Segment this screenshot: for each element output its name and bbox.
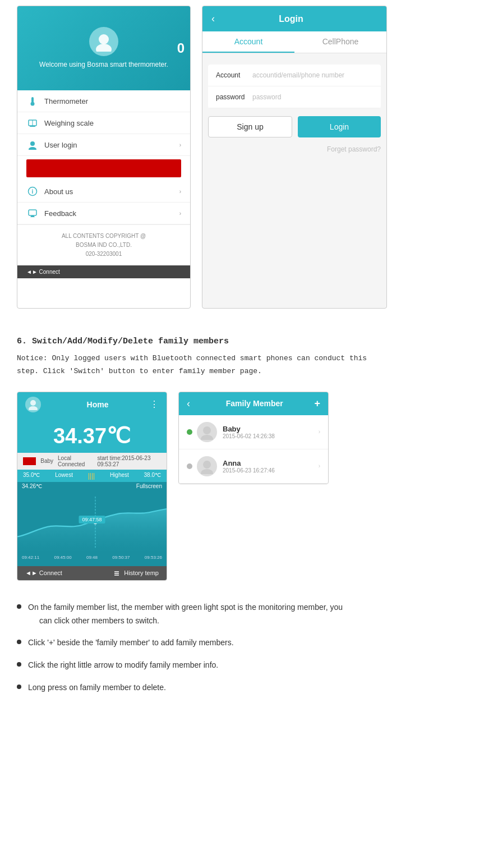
menu-about[interactable]: i About us › [17, 181, 190, 203]
password-label: password [216, 93, 252, 101]
menu-scale-label: Weighing scale [44, 119, 181, 127]
family-member-anna[interactable]: Anna 2015-06-23 16:27:46 › [179, 449, 328, 484]
fullscreen-label[interactable]: Fullscreen [136, 483, 162, 489]
menu-about-arrow: › [179, 189, 181, 195]
menu-user-login[interactable]: User login › [17, 134, 190, 156]
password-input[interactable]: password [252, 93, 373, 101]
bullets-section: On the family member list, the member wi… [0, 592, 484, 715]
menu-feedback-label: Feedback [44, 209, 179, 218]
member-info-anna: Anna 2015-06-23 16:27:46 [223, 459, 319, 474]
bullet-text-3: Click the right little arrow to modify f… [28, 659, 218, 672]
menu-thermometer-label: Thermometer [44, 97, 181, 105]
svg-point-22 [201, 469, 213, 474]
forget-password-link[interactable]: Forget password? [208, 145, 381, 153]
login-button[interactable]: Login [298, 116, 381, 137]
connect-btn[interactable]: ◄► Connect [25, 570, 62, 577]
member-arrow-anna[interactable]: › [319, 463, 320, 469]
svg-rect-6 [30, 126, 35, 127]
tab-cellphone[interactable]: CellPhone [294, 31, 386, 53]
lowest-label: Lowest [55, 472, 73, 480]
family-add-button[interactable]: + [314, 398, 320, 410]
menu-highlight-box[interactable] [26, 159, 181, 177]
x-axis-2: 09:48 [86, 555, 98, 560]
share-icon[interactable]: ⋮ [150, 399, 159, 410]
member-avatar-anna [197, 456, 217, 476]
member-date-anna: 2015-06-23 16:27:46 [223, 467, 319, 474]
phone-home-screenshot: Home ⋮ 34.37℃ Baby Local Connected start… [17, 392, 167, 581]
bullet-item-3: Click the right little arrow to modify f… [17, 659, 467, 672]
tab-account[interactable]: Account [202, 31, 294, 53]
history-btn[interactable]: History temp [113, 570, 159, 577]
section6-notice: Notice: Only logged users with Bluetooth… [0, 352, 484, 383]
login-header: ‹ Login [202, 6, 386, 31]
menu-about-label: About us [44, 187, 179, 196]
family-member-baby[interactable]: Baby 2015-06-02 14:26:38 › [179, 415, 328, 449]
menu-feedback[interactable]: Feedback › [17, 203, 190, 224]
highest-value: 38.0℃ [144, 472, 161, 480]
home-header: Home ⋮ [17, 392, 167, 417]
bullet-dot-3 [17, 662, 21, 667]
bottom-section: Home ⋮ 34.37℃ Baby Local Connected start… [0, 383, 484, 592]
active-dot-green [187, 429, 192, 435]
menu-thermometer[interactable]: Thermometer [17, 90, 190, 112]
login-back-button[interactable]: ‹ [211, 13, 215, 25]
svg-point-21 [203, 461, 211, 469]
member-name-anna: Anna [223, 459, 319, 467]
x-axis-1: 09:45:00 [54, 555, 71, 560]
bullet-text-4: Long press on family member to delete. [28, 681, 166, 695]
home-temp-big: 34.37℃ [23, 424, 161, 448]
home-range-bar: 35.0℃ Lowest |||| Highest 38.0℃ [17, 470, 167, 482]
phone-right-screenshot: ‹ Login Account CellPhone Account accoun… [202, 6, 387, 309]
info-icon: i [26, 185, 39, 198]
bullet-text-1: On the family member list, the member wi… [28, 601, 343, 628]
login-buttons: Sign up Login [208, 116, 381, 137]
current-temp-label: 34.26℃ [22, 483, 42, 489]
login-form: Account accountid/email/phone number pas… [208, 65, 381, 108]
account-label: Account [216, 71, 252, 79]
connect-label: ◄► Connect [26, 269, 60, 275]
family-title: Family Member [195, 399, 314, 408]
home-temp-display: 34.37℃ [17, 417, 167, 453]
bullet-text-2: Click '+' beside the 'family member' to … [28, 636, 234, 650]
x-axis-0: 09:42:11 [22, 555, 39, 560]
member-name-baby: Baby [223, 425, 319, 433]
feedback-icon [26, 207, 39, 219]
bullet-dot-1 [17, 604, 21, 609]
bullet-item-4: Long press on family member to delete. [17, 681, 467, 695]
svg-point-19 [203, 426, 211, 434]
svg-text:i: i [32, 189, 34, 195]
start-time-label: start time:2015-06-23 09:53:27 [97, 455, 161, 467]
member-arrow-baby[interactable]: › [319, 429, 320, 435]
member-info-baby: Baby 2015-06-02 14:26:38 [223, 425, 319, 439]
svg-rect-11 [29, 210, 36, 215]
svg-point-8 [29, 147, 36, 150]
member-date-baby: 2015-06-02 14:26:38 [223, 433, 319, 439]
chart-x-axis: 09:42:11 09:45:00 09:48 09:50:37 09:53:2… [17, 554, 167, 561]
menu-user-label: User login [44, 141, 179, 149]
top-section: Welcome using Bosma smart thermometer. 0… [0, 0, 484, 325]
scale-icon [26, 117, 39, 129]
menu-user-arrow: › [179, 142, 181, 148]
svg-point-7 [30, 141, 35, 146]
phone-bottom-bar: ◄► Connect [17, 265, 190, 278]
family-back-button[interactable]: ‹ [187, 398, 190, 410]
footer-copyright: ALL CONTENTS COPYRIGHT @ BOSMA IND CO.,L… [17, 224, 190, 265]
range-bars-icon: |||| [88, 472, 95, 480]
menu-weighing-scale[interactable]: Weighing scale [17, 112, 190, 134]
home-title: Home [45, 400, 150, 409]
user-highlight-box [23, 457, 36, 465]
welcome-text: Welcome using Bosma smart thermometer. [39, 59, 168, 70]
x-axis-4: 09:53:26 [145, 555, 162, 560]
account-input[interactable]: accountid/email/phone number [252, 71, 373, 79]
member-avatar-baby [197, 422, 217, 442]
home-chart-area: 34.26℃ Fullscreen 09:47:5 [17, 482, 167, 566]
svg-point-20 [201, 435, 213, 440]
home-bottom-bar: ◄► Connect History temp [17, 566, 167, 580]
inactive-dot-gray [187, 463, 192, 469]
account-field: Account accountid/email/phone number [208, 65, 381, 86]
svg-point-0 [99, 34, 109, 44]
signup-button[interactable]: Sign up [208, 116, 292, 137]
home-avatar [25, 397, 41, 412]
temp-display: 0 [177, 40, 185, 56]
bullet-dot-4 [17, 685, 21, 689]
